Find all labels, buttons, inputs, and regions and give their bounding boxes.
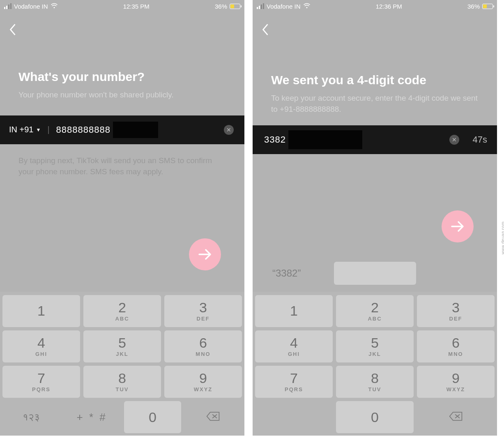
key-9[interactable]: 9WXYZ — [164, 366, 242, 398]
page-title: What's your number? — [18, 70, 226, 84]
country-code-selector[interactable]: IN +91 ▼ — [9, 125, 41, 134]
page-title: We sent you a 4-digit code — [271, 73, 479, 87]
backspace-icon — [449, 411, 463, 423]
battery-icon — [230, 4, 240, 9]
key-4[interactable]: 4GHI — [2, 330, 80, 362]
key-7[interactable]: 7PQRS — [255, 366, 333, 398]
status-time: 12:35 PM — [123, 3, 150, 10]
helper-text: By tapping next, TikTok will send you an… — [0, 144, 244, 178]
redaction-mask — [288, 130, 362, 149]
page-subtitle: To keep your account secure, enter the 4… — [271, 93, 479, 115]
next-button[interactable] — [442, 210, 474, 242]
key-8[interactable]: 8TUV — [83, 366, 161, 398]
key-1[interactable]: 1 — [2, 295, 80, 327]
quicktype-bar: “3382” — [253, 261, 497, 286]
key-backspace[interactable] — [184, 401, 242, 433]
key-0[interactable]: 0 — [336, 401, 414, 433]
numeric-keypad: 1 2ABC 3DEF 4GHI 5JKL 6MNO 7PQRS 8TUV 9W… — [253, 292, 497, 436]
code-input-bar[interactable]: 3382 ✕ 47s — [253, 125, 497, 154]
key-8[interactable]: 8TUV — [336, 366, 414, 398]
svg-point-4 — [306, 7, 307, 8]
carrier-label: Vodafone IN — [14, 3, 48, 10]
key-empty-left — [255, 401, 333, 433]
key-6[interactable]: 6MNO — [164, 330, 242, 362]
carrier-label: Vodafone IN — [267, 3, 301, 10]
back-button[interactable] — [8, 23, 17, 39]
back-button[interactable] — [261, 23, 270, 39]
resend-timer: 47s — [473, 134, 487, 145]
battery-pct: 36% — [467, 3, 480, 10]
wifi-icon — [51, 3, 58, 10]
clear-input-button[interactable]: ✕ — [224, 125, 234, 135]
key-4[interactable]: 4GHI — [255, 330, 333, 362]
backspace-icon — [206, 411, 221, 423]
clear-input-button[interactable]: ✕ — [449, 135, 459, 145]
status-bar: Vodafone IN 12:35 PM 36% — [0, 0, 244, 12]
signal-icon — [257, 3, 264, 9]
wifi-icon — [303, 3, 311, 10]
key-6[interactable]: 6MNO — [417, 330, 495, 362]
quicktype-suggestion[interactable]: “3382” — [272, 268, 301, 279]
key-2[interactable]: 2ABC — [336, 295, 414, 327]
numeric-keypad: 1 2ABC 3DEF 4GHI 5JKL 6MNO 7PQRS 8TUV 9W… — [0, 292, 244, 436]
chevron-down-icon: ▼ — [36, 127, 41, 133]
key-2[interactable]: 2ABC — [83, 295, 161, 327]
key-3[interactable]: 3DEF — [417, 295, 495, 327]
key-5[interactable]: 5JKL — [83, 330, 161, 362]
code-value[interactable]: 3382 — [264, 134, 286, 145]
phone-number-value[interactable]: 8888888888 — [56, 125, 110, 135]
quicktype-center-pill[interactable] — [334, 262, 416, 285]
signal-icon — [4, 3, 12, 9]
page-subtitle: Your phone number won't be shared public… — [18, 90, 226, 101]
watermark: www.deuaq.com — [501, 222, 504, 254]
status-bar: Vodafone IN 12:36 PM 36% — [253, 0, 497, 12]
redaction-mask — [113, 122, 158, 138]
country-code-label: IN +91 — [9, 125, 33, 134]
key-0[interactable]: 0 — [124, 401, 182, 433]
separator: | — [47, 125, 49, 134]
key-3[interactable]: 3DEF — [164, 295, 242, 327]
key-symbols[interactable]: + * # — [63, 401, 121, 433]
battery-pct: 36% — [215, 3, 227, 10]
battery-icon — [482, 4, 493, 9]
key-1[interactable]: 1 — [255, 295, 333, 327]
phone-screen-verify-code: Vodafone IN 12:36 PM 36% We sent you a 4… — [253, 0, 497, 436]
phone-screen-enter-number: Vodafone IN 12:35 PM 36% What's your num… — [0, 0, 244, 436]
svg-point-0 — [53, 7, 55, 8]
status-time: 12:36 PM — [376, 3, 402, 10]
phone-input-bar[interactable]: IN +91 ▼ | 8888888888 ✕ — [0, 115, 244, 144]
key-7[interactable]: 7PQRS — [2, 366, 80, 398]
next-button[interactable] — [189, 238, 221, 270]
key-alt-script[interactable]: १२३ — [2, 401, 60, 433]
key-backspace[interactable] — [417, 401, 495, 433]
key-9[interactable]: 9WXYZ — [417, 366, 495, 398]
key-5[interactable]: 5JKL — [336, 330, 414, 362]
